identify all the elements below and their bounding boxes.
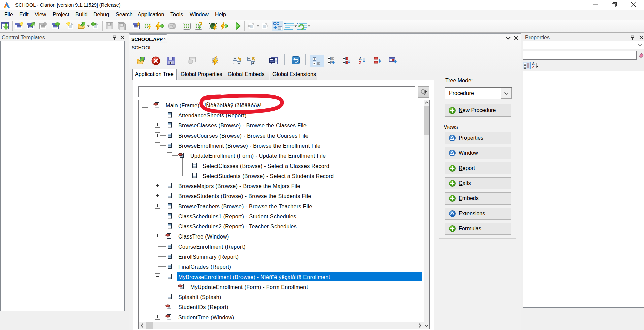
svg-text:CC: CC	[273, 21, 279, 26]
svg-text:Z: Z	[359, 61, 361, 64]
svg-text:A: A	[359, 57, 362, 61]
